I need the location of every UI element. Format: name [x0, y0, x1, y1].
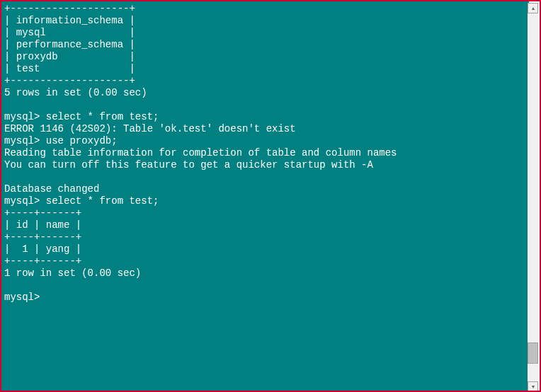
mysql-prompt-active[interactable]: mysql>	[4, 292, 40, 303]
result-summary: 5 rows in set (0.00 sec)	[4, 87, 147, 98]
table-border: +----+------+	[4, 255, 81, 267]
terminal-output[interactable]: +--------------------+ | information_sch…	[1, 1, 529, 391]
result-summary: 1 row in set (0.00 sec)	[4, 267, 141, 279]
table-border: +----+------+	[4, 207, 81, 219]
scroll-thumb[interactable]	[528, 342, 538, 364]
mysql-prompt: mysql> select * from test;	[4, 111, 159, 122]
db-row: | mysql |	[4, 27, 135, 38]
table-border: +--------------------+	[4, 3, 135, 14]
scroll-track[interactable]	[528, 13, 538, 381]
error-message: ERROR 1146 (42S02): Table 'ok.test' does…	[4, 123, 296, 134]
table-border: +----+------+	[4, 231, 81, 243]
mysql-prompt: mysql> use proxydb;	[4, 135, 118, 146]
db-row: | information_schema |	[4, 15, 135, 26]
table-row: | 1 | yang |	[4, 243, 81, 255]
info-message: You can turn off this feature to get a q…	[4, 159, 373, 171]
db-row: | test |	[4, 63, 135, 74]
table-header: | id | name |	[4, 219, 81, 231]
mysql-prompt: mysql> select * from test;	[4, 195, 159, 207]
vertical-scrollbar[interactable]: ▴ ▾	[528, 3, 538, 392]
db-row: | performance_schema |	[4, 39, 135, 50]
info-message: Reading table information for completion…	[4, 147, 397, 158]
table-border: +--------------------+	[4, 75, 135, 86]
db-row: | proxydb |	[4, 51, 135, 62]
scroll-up-arrow-icon[interactable]: ▴	[528, 3, 538, 13]
scroll-down-arrow-icon[interactable]: ▾	[528, 381, 538, 392]
status-message: Database changed	[4, 183, 99, 195]
